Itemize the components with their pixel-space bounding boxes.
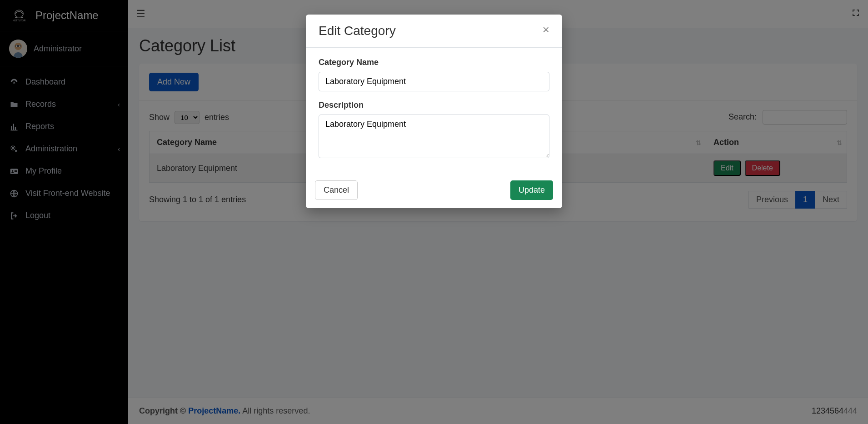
form-group-name: Category Name: [319, 58, 549, 91]
modal-body: Category Name Description Laboratory Equ…: [306, 48, 562, 172]
description-textarea[interactable]: Laboratory Equipment: [319, 115, 549, 158]
close-icon[interactable]: ×: [543, 24, 549, 35]
description-label: Description: [319, 100, 549, 110]
category-name-label: Category Name: [319, 58, 549, 67]
cancel-button[interactable]: Cancel: [315, 180, 358, 200]
form-group-description: Description Laboratory Equipment: [319, 100, 549, 160]
modal-header: Edit Category ×: [306, 15, 562, 48]
modal-title: Edit Category: [319, 24, 396, 38]
update-button[interactable]: Update: [510, 180, 553, 200]
edit-category-modal: Edit Category × Category Name Descriptio…: [306, 15, 562, 208]
modal-footer: Cancel Update: [306, 172, 562, 208]
category-name-input[interactable]: [319, 72, 549, 91]
